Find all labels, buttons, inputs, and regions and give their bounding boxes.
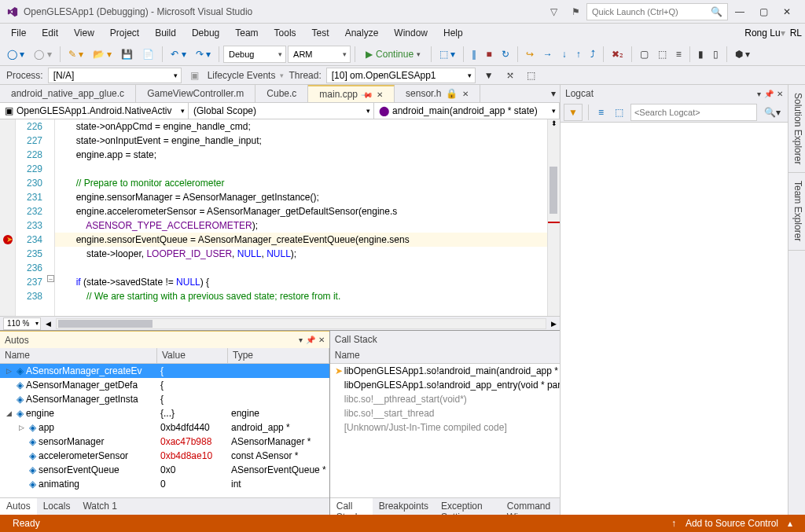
autos-row[interactable]: ▷◈app0xb4dfd440android_app *	[0, 420, 329, 435]
notification-icon[interactable]: ⚑	[568, 6, 583, 17]
menu-help[interactable]: Help	[436, 25, 471, 41]
panel-tab-autos[interactable]: Autos	[0, 498, 37, 515]
menu-analyze[interactable]: Analyze	[337, 25, 387, 41]
pin-icon[interactable]: 📌	[361, 88, 373, 101]
autos-row[interactable]: ▷◈ASensorManager_createEv{	[0, 364, 329, 378]
minimize-button[interactable]: —	[728, 3, 752, 20]
wrap-icon[interactable]: ≡	[594, 105, 608, 120]
pin-icon[interactable]: 📌	[306, 336, 315, 344]
thread-frame-icon[interactable]: ⬚	[523, 68, 539, 83]
tab-sensor[interactable]: sensor.h 🔒 ✕	[395, 85, 480, 102]
pause-button[interactable]: ‖	[468, 46, 480, 62]
lifecycle-label[interactable]: Lifecycle Events	[208, 70, 276, 81]
nav-scope-2[interactable]: (Global Scope)	[189, 103, 374, 119]
split-icon[interactable]: ⬍	[548, 119, 560, 127]
panel-tab-watch1[interactable]: Watch 1	[76, 498, 123, 515]
callstack-grid-body[interactable]: ➤libOpenGLESApp1.so!android_main(android…	[330, 364, 560, 497]
thread-filter-icon[interactable]: ▼	[480, 68, 498, 83]
collapse-icon[interactable]: –	[47, 275, 54, 282]
stop-button[interactable]: ■	[482, 46, 495, 62]
panel-tab-command[interactable]: Command Win...	[501, 498, 560, 515]
autos-row[interactable]: ◈ASensorManager_getInsta{	[0, 392, 329, 406]
menu-debug[interactable]: Debug	[184, 25, 227, 41]
thread-combo[interactable]: [10] om.OpenGLESApp1	[326, 68, 476, 83]
forward-button[interactable]: ◯ ▾	[30, 46, 55, 62]
menu-project[interactable]: Project	[102, 25, 147, 41]
menu-file[interactable]: File	[3, 25, 34, 41]
toolbar-btn-4[interactable]: ⬚	[654, 46, 671, 62]
config-combo[interactable]: Debug	[223, 46, 286, 63]
menu-team[interactable]: Team	[227, 25, 266, 41]
scroll-icon[interactable]: ⬚	[611, 105, 627, 120]
quick-launch[interactable]: 🔍	[586, 3, 728, 20]
autos-row[interactable]: ◈sensorManager0xac47b988ASensorManager *	[0, 435, 329, 449]
toolbar-btn-2[interactable]: ✖₂	[608, 46, 627, 62]
code-editor[interactable]: ➤ 22622722822923023123223323423523623723…	[0, 119, 560, 316]
user-name[interactable]: Rong Lu	[744, 28, 780, 39]
scrollbar-thumb[interactable]	[58, 320, 153, 328]
close-icon[interactable]: ✕	[462, 90, 469, 98]
quick-launch-input[interactable]	[592, 7, 711, 17]
panel-tab-breakpoints[interactable]: Breakpoints	[373, 498, 435, 515]
close-icon[interactable]: ✕	[318, 336, 325, 344]
lifecycle-icon[interactable]: ▣	[186, 68, 203, 83]
open-button[interactable]: 📂 ▾	[89, 46, 116, 62]
side-tab-team-explorer[interactable]: Team Explorer	[788, 173, 805, 250]
col-name[interactable]: Name	[0, 348, 157, 363]
side-tab-solution-explorer[interactable]: Solution Explorer	[788, 85, 805, 173]
new-project-button[interactable]: ✎ ▾	[64, 46, 87, 62]
logcat-body[interactable]	[561, 123, 788, 515]
col-name[interactable]: Name	[330, 348, 560, 363]
autos-header[interactable]: Autos ▾ 📌 ✕	[0, 331, 329, 348]
toolbar-btn-1[interactable]: ⬚ ▾	[436, 46, 459, 62]
menu-edit[interactable]: Edit	[34, 25, 66, 41]
filter-icon[interactable]: ▼	[564, 104, 583, 121]
tab-cube[interactable]: Cube.c	[255, 85, 308, 102]
restart-button[interactable]: ↻	[498, 46, 513, 62]
close-icon[interactable]: ✕	[377, 90, 383, 99]
logcat-search-input[interactable]	[634, 108, 753, 117]
toolbar-btn-3[interactable]: ▢	[636, 46, 652, 62]
tab-android-native[interactable]: android_native_app_glue.c	[0, 85, 136, 102]
callstack-row[interactable]: libc.so!__pthread_start(void*)	[330, 392, 560, 406]
show-next-statement-button[interactable]: ↪	[522, 46, 538, 62]
logcat-header[interactable]: Logcat ▾ 📌 ✕	[561, 85, 788, 102]
step-out-button[interactable]: ↑	[572, 46, 585, 62]
horizontal-scrollbar[interactable]	[56, 318, 546, 329]
toolbar-btn-5[interactable]: ≡	[672, 46, 686, 62]
save-button[interactable]: 💾	[117, 46, 137, 62]
expand-icon[interactable]: ▷	[3, 367, 14, 375]
toolbar-btn-7[interactable]: ▯	[709, 46, 722, 62]
nav-scope-3[interactable]: ⬤ android_main(android_app * state)	[374, 103, 560, 119]
chevron-up-icon[interactable]: ▴	[783, 518, 797, 529]
autos-row[interactable]: ◈animating0int	[0, 477, 329, 491]
panel-tab-callstack[interactable]: Call Stack	[330, 498, 373, 515]
dropdown-icon[interactable]: ▾	[299, 336, 303, 344]
scroll-right-icon[interactable]: ▶	[551, 320, 557, 328]
autos-grid-body[interactable]: ▷◈ASensorManager_createEv{◈ASensorManage…	[0, 364, 329, 497]
autos-row[interactable]: ◈sensorEventQueue0x0ASensorEventQueue *	[0, 463, 329, 477]
dropdown-icon[interactable]: ▾	[757, 90, 761, 98]
vertical-scrollbar[interactable]: ⬍	[547, 119, 560, 316]
save-all-button[interactable]: 📄	[138, 46, 158, 62]
scrollbar-thumb[interactable]	[550, 167, 557, 214]
callstack-header[interactable]: Call Stack ▾ 📌 ✕	[330, 331, 560, 348]
platform-combo[interactable]: ARM	[288, 46, 351, 63]
menu-window[interactable]: Window	[386, 25, 436, 41]
logcat-search[interactable]	[630, 104, 757, 121]
close-button[interactable]: ✕	[775, 3, 799, 20]
process-combo[interactable]: [N/A]	[48, 68, 182, 83]
menu-test[interactable]: Test	[304, 25, 337, 41]
panel-tab-locals[interactable]: Locals	[37, 498, 77, 515]
outline-gutter[interactable]: –	[47, 119, 55, 316]
expand-icon[interactable]: ▷	[16, 424, 27, 431]
continue-button[interactable]: ▶ Continue ▾	[359, 47, 427, 61]
redo-button[interactable]: ↷ ▾	[192, 46, 215, 62]
menu-tools[interactable]: Tools	[266, 25, 304, 41]
callstack-row[interactable]: libc.so!__start_thread	[330, 406, 560, 420]
maximize-button[interactable]: ▢	[752, 3, 775, 20]
col-value[interactable]: Value	[157, 348, 228, 363]
code-area[interactable]: state->onAppCmd = engine_handle_cmd; sta…	[55, 119, 547, 316]
breakpoint-gutter[interactable]: ➤	[0, 119, 16, 316]
col-type[interactable]: Type	[228, 348, 329, 363]
